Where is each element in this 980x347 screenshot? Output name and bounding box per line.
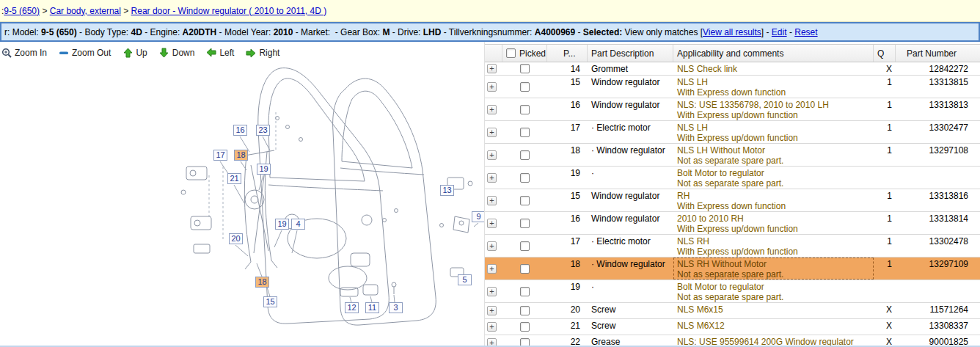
table-row[interactable]: +19·Bolt Motor to regulatorNot as separa… (485, 167, 980, 189)
picked-checkbox[interactable] (520, 264, 530, 274)
expand-row-button[interactable]: + (487, 150, 497, 160)
expand-row-button[interactable]: + (487, 64, 497, 73)
expand-row-button[interactable]: + (487, 287, 497, 296)
applicability-line: NLS: USE 95599614 200G Window regulator (677, 337, 874, 347)
table-row[interactable]: +20ScrewNLS M6x15X11571264 (485, 303, 980, 319)
table-row[interactable]: +16Window regulatorNLS: USE 13356798, 20… (485, 98, 980, 121)
picked-checkbox[interactable] (520, 219, 530, 228)
diagram-callout-12[interactable]: 12 (345, 302, 359, 313)
table-row[interactable]: +16Window regulator2010 to 2010 RHWith E… (485, 212, 980, 235)
row-applicability: NLS Check link (673, 62, 874, 75)
applicability-line: With Express up/down function (677, 110, 874, 120)
picked-checkbox[interactable] (520, 287, 530, 296)
diagram-callout-4[interactable]: 4 (291, 219, 305, 230)
breadcrumb-link-section[interactable]: Car body, external (50, 6, 121, 16)
row-part-description: Grease (588, 335, 673, 347)
table-row[interactable]: +18· Window regulatorNLS LH Without Moto… (485, 144, 980, 167)
zoom-in-button[interactable]: Zoom In (1, 48, 47, 58)
expand-row-button[interactable]: + (487, 338, 497, 347)
picked-checkbox[interactable] (520, 322, 530, 332)
picked-checkbox[interactable] (520, 64, 530, 73)
diagram-callout-18[interactable]: 18 (255, 277, 269, 288)
diagram-toolbar: Zoom In Zoom Out Up Down (0, 42, 484, 64)
pan-up-button[interactable]: Up (122, 48, 147, 58)
row-part-description: · Window regulator (588, 144, 673, 166)
filter-link[interactable]: View all results (703, 27, 761, 37)
diagram-callout-5[interactable]: 5 (458, 274, 472, 285)
diagram-callout-15[interactable]: 15 (263, 296, 277, 307)
expand-row-button[interactable]: + (487, 264, 497, 274)
table-row[interactable]: +15Window regulatorNLS LHWith Express do… (485, 76, 980, 98)
table-row[interactable]: +18· Window regulatorNLS RH Without Moto… (485, 257, 980, 280)
header-part-number[interactable]: Part Number (896, 45, 980, 62)
breadcrumb-link-model[interactable]: 9-5 (650) (4, 6, 40, 16)
diagram-callout-13[interactable]: 13 (440, 185, 454, 196)
picked-checkbox[interactable] (520, 241, 530, 251)
pan-down-button[interactable]: Down (159, 48, 195, 58)
row-position: 21 (547, 319, 588, 335)
diagram-callout-19[interactable]: 19 (257, 164, 271, 175)
zoom-out-button[interactable]: Zoom Out (59, 48, 111, 58)
table-row[interactable]: +17· Electric motorNLS RHWith Express up… (485, 235, 980, 257)
diagram-callout-18[interactable]: 18 (234, 150, 248, 161)
row-position: 17 (547, 121, 588, 143)
filter-text: - Drive: (390, 27, 423, 37)
header-quantity[interactable]: Q (874, 45, 896, 62)
breadcrumb-link-page[interactable]: Rear door - Window regulator ( 2010 to 2… (131, 6, 327, 16)
picked-checkbox[interactable] (520, 128, 530, 137)
diagram-callout-19[interactable]: 19 (275, 219, 289, 230)
picked-cell (502, 212, 547, 234)
table-row[interactable]: +21ScrewNLS M6X12X13308337 (485, 319, 980, 335)
picked-checkbox[interactable] (520, 196, 530, 205)
table-row[interactable]: +17· Electric motorNLS LHWith Express up… (485, 121, 980, 144)
picked-checkbox[interactable] (520, 105, 530, 114)
diagram-callout-23[interactable]: 23 (256, 125, 270, 136)
filter-text: - Engine: (142, 27, 183, 37)
diagram-callout-3[interactable]: 3 (389, 302, 403, 313)
parts-table-pane: Picked P... Part Description Applicabili… (484, 42, 980, 347)
picked-cell (502, 98, 547, 120)
row-quantity: X (874, 319, 896, 335)
pan-right-button[interactable]: Right (246, 48, 279, 58)
expand-row-button[interactable]: + (487, 173, 497, 183)
table-row[interactable]: +22GreaseNLS: USE 95599614 200G Window r… (485, 335, 980, 347)
header-applicability[interactable]: Applicability and comments (673, 45, 874, 62)
diagram-callout-9[interactable]: 9 (472, 211, 484, 222)
table-row[interactable]: +15Window regulatorRHWith Express down f… (485, 189, 980, 212)
header-position[interactable]: P... (547, 45, 588, 62)
picked-checkbox[interactable] (520, 82, 530, 92)
picked-cell (502, 235, 547, 257)
filter-text: - Tillverkningsnummer: (441, 27, 534, 37)
expand-row-button[interactable]: + (487, 241, 497, 251)
expand-row-button[interactable]: + (487, 105, 497, 114)
picked-checkbox[interactable] (520, 150, 530, 160)
expand-row-button[interactable]: + (487, 322, 497, 332)
table-row[interactable]: +14GrommetNLS Check linkX12842272 (485, 62, 980, 76)
expand-row-button[interactable]: + (487, 219, 497, 228)
expand-row-button[interactable]: + (487, 128, 497, 137)
diagram-callout-11[interactable]: 11 (365, 302, 379, 313)
select-all-checkbox[interactable] (506, 48, 516, 58)
diagram-callout-20[interactable]: 20 (229, 233, 243, 244)
expand-row-button[interactable]: + (487, 306, 497, 315)
picked-cell (502, 280, 547, 302)
picked-checkbox[interactable] (520, 338, 530, 347)
filter-link[interactable]: Edit (772, 27, 787, 37)
table-row[interactable]: +19·Bolt Motor to regulatorNot as separa… (485, 280, 980, 303)
header-part-description[interactable]: Part Description (588, 45, 673, 62)
pan-left-button[interactable]: Left (206, 48, 234, 58)
diagram-callout-21[interactable]: 21 (227, 173, 241, 184)
diagram-callout-16[interactable]: 16 (233, 125, 247, 136)
breadcrumb-separator: > (40, 6, 50, 16)
expand-row-button[interactable]: + (487, 82, 497, 92)
row-position: 19 (547, 280, 588, 302)
diagram-callout-17[interactable]: 17 (213, 150, 227, 161)
expand-row-button[interactable]: + (487, 196, 497, 205)
picked-checkbox[interactable] (520, 306, 530, 315)
picked-checkbox[interactable] (520, 173, 530, 183)
row-part-description: · Window regulator (588, 257, 673, 280)
applicability-line: NLS Check link (677, 64, 874, 74)
filter-link[interactable]: Reset (794, 27, 817, 37)
expand-cell: + (485, 212, 502, 234)
row-applicability: NLS LHWith Express down function (673, 76, 874, 98)
